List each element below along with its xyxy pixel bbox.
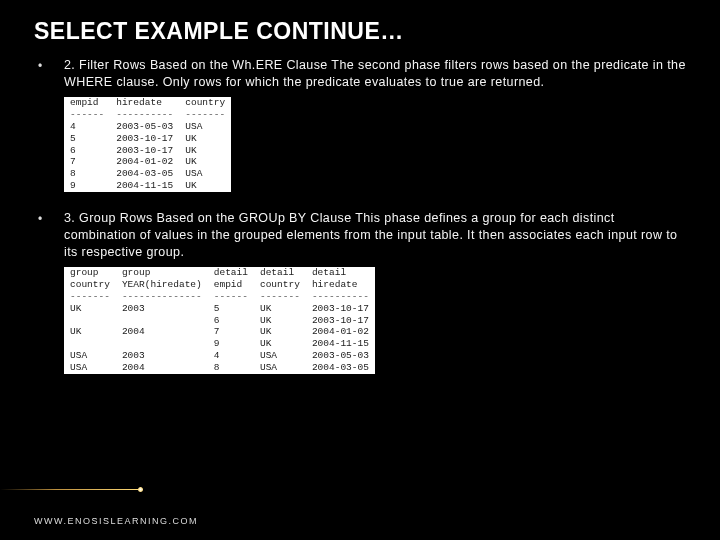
table-cell: 2004-01-02 xyxy=(110,156,179,168)
table-dash-row: ------- -------------- ------ ------- --… xyxy=(64,291,375,303)
table-1-wrap: empid hiredate country ------ ----------… xyxy=(64,97,686,192)
table-cell: 9 xyxy=(208,338,254,350)
table-cell: UK xyxy=(64,303,116,315)
col-empid: empid xyxy=(64,97,110,109)
table-subheader-row: country YEAR(hiredate) empid country hir… xyxy=(64,279,375,291)
accent-underline xyxy=(0,489,140,490)
table-cell: UK xyxy=(254,303,306,315)
table-cell xyxy=(116,338,208,350)
table-cell: 2003-10-17 xyxy=(306,303,375,315)
bullet-item-1: • 2. Filter Rows Based on the Wh.ERE Cla… xyxy=(34,57,686,91)
table-2-wrap: group group detail detail detail country… xyxy=(64,267,686,374)
table-cell: 5 xyxy=(64,133,110,145)
table-cell: UK xyxy=(64,326,116,338)
table-cell: USA xyxy=(179,121,231,133)
table-cell: 2003-10-17 xyxy=(110,133,179,145)
table-cell: 4 xyxy=(64,121,110,133)
table-row: 62003-10-17UK xyxy=(64,145,231,157)
col-country: country xyxy=(179,97,231,109)
col-hiredate: hiredate xyxy=(110,97,179,109)
table-row: USA20034USA2003-05-03 xyxy=(64,350,375,362)
table-header-row: empid hiredate country xyxy=(64,97,231,109)
table-cell: UK xyxy=(254,338,306,350)
table-cell xyxy=(64,315,116,327)
bullet-item-2: • 3. Group Rows Based on the GROUp BY Cl… xyxy=(34,210,686,261)
table-cell: USA xyxy=(254,350,306,362)
table-row: 6UK2003-10-17 xyxy=(64,315,375,327)
table-cell: 8 xyxy=(64,168,110,180)
bullet-marker: • xyxy=(34,210,64,228)
table-cell: 2003 xyxy=(116,303,208,315)
table-cell: 7 xyxy=(64,156,110,168)
table-row: 42003-05-03USA xyxy=(64,121,231,133)
table-cell: USA xyxy=(64,362,116,374)
bullet-text-1: 2. Filter Rows Based on the Wh.ERE Claus… xyxy=(64,57,686,91)
table-row: 92004-11-15UK xyxy=(64,180,231,192)
table-filter-rows: empid hiredate country ------ ----------… xyxy=(64,97,231,192)
table-cell: UK xyxy=(179,156,231,168)
table-cell xyxy=(116,315,208,327)
table-cell: UK xyxy=(254,326,306,338)
table-cell: 6 xyxy=(208,315,254,327)
table-row: 82004-03-05USA xyxy=(64,168,231,180)
table-dash-row: ------ ---------- ------- xyxy=(64,109,231,121)
table-cell: USA xyxy=(254,362,306,374)
table-cell: 2003-10-17 xyxy=(110,145,179,157)
table-cell: USA xyxy=(179,168,231,180)
table-group-rows: group group detail detail detail country… xyxy=(64,267,375,374)
table-cell: UK xyxy=(254,315,306,327)
table-cell: 2004-03-05 xyxy=(306,362,375,374)
bullet-text-2: 3. Group Rows Based on the GROUp BY Clau… xyxy=(64,210,686,261)
table-header-row: group group detail detail detail xyxy=(64,267,375,279)
table-cell: 5 xyxy=(208,303,254,315)
table-cell: 2004-11-15 xyxy=(306,338,375,350)
table-cell: 2004-01-02 xyxy=(306,326,375,338)
table-cell: UK xyxy=(179,180,231,192)
bullet-marker: • xyxy=(34,57,64,75)
table-cell: 4 xyxy=(208,350,254,362)
table-cell: 7 xyxy=(208,326,254,338)
slide-title: SELECT EXAMPLE CONTINUE… xyxy=(34,18,686,45)
table-cell: 8 xyxy=(208,362,254,374)
footer-url: WWW.ENOSISLEARNING.COM xyxy=(34,516,198,526)
table-row: USA20048USA2004-03-05 xyxy=(64,362,375,374)
table-cell xyxy=(64,338,116,350)
table-cell: 2004-03-05 xyxy=(110,168,179,180)
table-cell: 2004 xyxy=(116,326,208,338)
table-cell: 2004-11-15 xyxy=(110,180,179,192)
table-cell: UK xyxy=(179,133,231,145)
table-cell: 6 xyxy=(64,145,110,157)
table-cell: 2003-10-17 xyxy=(306,315,375,327)
table-cell: 9 xyxy=(64,180,110,192)
table-row: UK20047UK2004-01-02 xyxy=(64,326,375,338)
table-row: UK20035UK2003-10-17 xyxy=(64,303,375,315)
table-row: 9UK2004-11-15 xyxy=(64,338,375,350)
table-row: 72004-01-02UK xyxy=(64,156,231,168)
table-cell: USA xyxy=(64,350,116,362)
table-cell: 2004 xyxy=(116,362,208,374)
table-cell: UK xyxy=(179,145,231,157)
table-cell: 2003-05-03 xyxy=(306,350,375,362)
slide: SELECT EXAMPLE CONTINUE… • 2. Filter Row… xyxy=(0,0,720,540)
table-cell: 2003 xyxy=(116,350,208,362)
table-cell: 2003-05-03 xyxy=(110,121,179,133)
table-row: 52003-10-17UK xyxy=(64,133,231,145)
